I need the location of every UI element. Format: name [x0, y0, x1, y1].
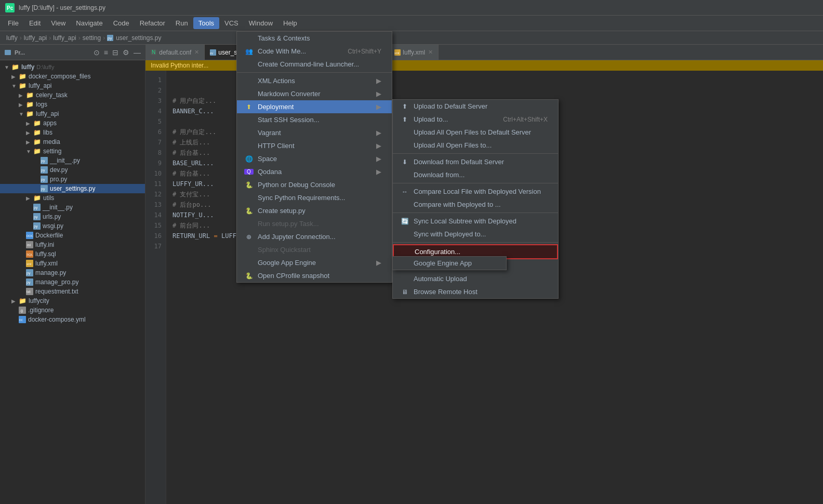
tree-item-logs[interactable]: ▶ 📁 logs	[0, 100, 145, 109]
menu-item-deployment[interactable]: ⬆ Deployment ▶ ⬆ Upload to Default Serve…	[237, 100, 392, 113]
menu-item-ssh[interactable]: Start SSH Session...	[237, 113, 392, 126]
dep-upload-to[interactable]: ⬆ Upload to... Ctrl+Alt+Shift+X	[393, 113, 558, 126]
jupyter-icon: ⊕	[244, 233, 254, 241]
menu-refactor[interactable]: Refactor	[135, 17, 170, 29]
tree-item-user-settings[interactable]: py user_settings.py	[0, 184, 145, 193]
dep-sync-local[interactable]: 🔄 Sync Local Subtree with Deployed	[393, 215, 558, 228]
menu-help[interactable]: Help	[278, 17, 302, 29]
svg-text:py: py	[41, 178, 45, 182]
menu-item-cprofile[interactable]: 🐍 Open CProfile snapshot	[237, 269, 392, 282]
dep-auto-upload[interactable]: Automatic Upload	[393, 272, 558, 285]
menu-item-vagrant[interactable]: Vagrant ▶	[237, 126, 392, 139]
menu-item-sphinx: Sphinx Quickstart	[237, 243, 392, 256]
tree-item-setting[interactable]: ▼ 📁 setting	[0, 147, 145, 156]
tree-item-media[interactable]: ▶ 📁 media	[0, 137, 145, 147]
tree-item-luffy-ini[interactable]: ini luffy.ini	[0, 240, 145, 249]
menu-item-cmdlauncher[interactable]: Create Command-line Launcher...	[237, 58, 392, 71]
menu-view[interactable]: View	[46, 17, 71, 29]
menu-item-code-with-me[interactable]: 👥 Code With Me... Ctrl+Shift+Y	[237, 45, 392, 58]
dep-download-from[interactable]: Download from...	[393, 168, 558, 181]
tree-item-pro-py[interactable]: py pro.py	[0, 175, 145, 184]
tree-item-init-py[interactable]: py __init__.py	[0, 156, 145, 165]
menu-vcs[interactable]: VCS	[219, 17, 244, 29]
tree-item-luffy[interactable]: ▼ 📁 luffy D:\luffy	[0, 62, 145, 72]
tab-close-luffy-xml[interactable]: ✕	[428, 49, 433, 56]
upload-to-icon: ⬆	[400, 116, 409, 123]
google-arrow: ▶	[371, 259, 381, 267]
menu-navigate[interactable]: Navigate	[71, 17, 108, 29]
tree-item-luffy-api-inner[interactable]: ▼ 📁 luffy_api	[0, 109, 145, 118]
sidebar-icon-settings[interactable]: ⚙	[123, 48, 129, 57]
menu-tools[interactable]: Tools	[193, 17, 219, 29]
tree-item-utils[interactable]: ▶ 📁 utils	[0, 193, 145, 203]
upload-default-icon: ⬆	[400, 103, 409, 110]
tree-item-luffy-api-root[interactable]: ▼ 📁 luffy_api	[0, 81, 145, 90]
menu-item-create-setup[interactable]: 🐍 Create setup.py	[237, 204, 392, 217]
breadcrumb-part-3[interactable]: setting	[83, 34, 101, 42]
google-engine-app[interactable]: Google Engine App	[393, 257, 506, 270]
tree-item-libs[interactable]: ▶ 📁 libs	[0, 128, 145, 137]
tree-item-docker[interactable]: ▶ 📁 docker_compose_files	[0, 72, 145, 81]
svg-text:py: py	[26, 281, 31, 285]
qodana-arrow: ▶	[371, 168, 381, 176]
dep-upload-all-to[interactable]: Upload All Open Files to...	[393, 139, 558, 152]
menu-code[interactable]: Code	[108, 17, 135, 29]
menu-item-xml-actions[interactable]: XML Actions ▶	[237, 74, 392, 87]
qodana-icon: Q	[244, 169, 254, 175]
google-submenu: Google Engine App	[392, 256, 507, 270]
dep-sync-with[interactable]: Sync with Deployed to...	[393, 228, 558, 241]
tree-item-dev-py[interactable]: py dev.py	[0, 165, 145, 175]
menu-item-python-console[interactable]: 🐍 Python or Debug Console	[237, 178, 392, 191]
sidebar-icon-close[interactable]: —	[134, 48, 141, 57]
tree-item-wsgi[interactable]: py wsgi.py	[0, 221, 145, 231]
svg-rect-4	[5, 50, 11, 55]
breadcrumb-part-0[interactable]: luffy	[6, 34, 18, 42]
tab-luffy-xml[interactable]: xml luffy.xml ✕	[389, 45, 439, 60]
tree-item-luffy-sql[interactable]: SQL luffy.sql	[0, 249, 145, 259]
menu-item-google-app-engine[interactable]: Google App Engine ▶ Google Engine App	[237, 256, 392, 269]
sidebar-icon-collapse[interactable]: ⊟	[112, 48, 118, 57]
breadcrumb-part-2[interactable]: luffy_api	[53, 34, 76, 42]
download-default-icon: ⬇	[400, 158, 409, 166]
tree-item-manage-py[interactable]: py manage.py	[0, 268, 145, 277]
breadcrumb-part-1[interactable]: luffy_api	[24, 34, 47, 42]
menu-item-space[interactable]: 🌐 Space ▶	[237, 152, 392, 165]
breadcrumb-part-4[interactable]: user_settings.py	[116, 34, 161, 42]
menu-run[interactable]: Run	[170, 17, 193, 29]
dep-sep-4	[393, 242, 558, 243]
breadcrumb-sep-1: ›	[49, 34, 51, 42]
tab-close-default-conf[interactable]: ✕	[194, 49, 199, 56]
tree-item-dockerfile[interactable]: DOC Dockerfile	[0, 231, 145, 240]
menu-item-http[interactable]: HTTP Client ▶	[237, 139, 392, 152]
dep-compare-local[interactable]: ↔ Compare Local File with Deployed Versi…	[393, 185, 558, 198]
dep-upload-default[interactable]: ⬆ Upload to Default Server	[393, 100, 558, 113]
tree-item-requestment[interactable]: txt requestment.txt	[0, 287, 145, 296]
tree-item-manage-pro[interactable]: py manage_pro.py	[0, 277, 145, 287]
tab-default-conf[interactable]: N default.conf ✕	[145, 45, 205, 60]
dep-compare-with[interactable]: Compare with Deployed to ...	[393, 198, 558, 211]
tree-item-inner-init[interactable]: py __init__.py	[0, 203, 145, 212]
svg-text:DC: DC	[19, 319, 23, 322]
menu-item-sync-reqs[interactable]: Sync Python Requirements...	[237, 191, 392, 204]
menu-item-qodana[interactable]: Q Qodana ▶	[237, 165, 392, 178]
tree-item-gitignore[interactable]: .g .gitignore	[0, 306, 145, 315]
dep-upload-all-default[interactable]: Upload All Open Files to Default Server	[393, 126, 558, 139]
menu-edit[interactable]: Edit	[24, 17, 46, 29]
warning-text: Invalid Python inter...	[151, 62, 208, 69]
tree-item-celery[interactable]: ▶ 📁 celery_task	[0, 90, 145, 100]
tree-item-luffy-xml[interactable]: xml luffy.xml	[0, 259, 145, 268]
sidebar-icon-sync[interactable]: ⊙	[94, 48, 100, 57]
tree-item-apps[interactable]: ▶ 📁 apps	[0, 118, 145, 128]
dep-browse-remote[interactable]: 🖥 Browse Remote Host	[393, 285, 558, 298]
menu-item-jupyter[interactable]: ⊕ Add Jupyter Connection...	[237, 230, 392, 243]
menu-item-tasks[interactable]: Tasks & Contexts	[237, 32, 392, 45]
tree-item-docker-compose[interactable]: DC docker-compose.yml	[0, 315, 145, 324]
sidebar-icon-sort[interactable]: ≡	[104, 48, 108, 57]
breadcrumb-sep-3: ›	[103, 34, 105, 42]
dep-download-default[interactable]: ⬇ Download from Default Server	[393, 155, 558, 168]
menu-item-markdown[interactable]: Markdown Converter ▶	[237, 87, 392, 100]
tree-item-luffycity[interactable]: ▶ 📁 luffycity	[0, 296, 145, 306]
menu-window[interactable]: Window	[244, 17, 278, 29]
menu-file[interactable]: File	[3, 17, 24, 29]
tree-item-urls[interactable]: py urls.py	[0, 212, 145, 221]
